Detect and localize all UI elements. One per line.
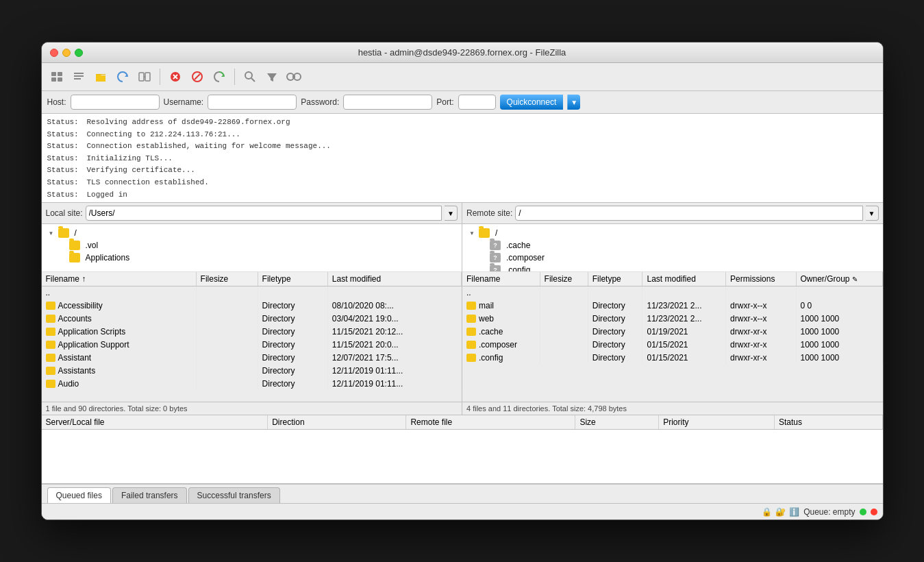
stop-button[interactable] <box>166 67 185 86</box>
queue-column-header: Remote file <box>406 415 575 430</box>
tab-failed-transfers[interactable]: Failed transfers <box>112 487 187 503</box>
remote-tree-item[interactable]: ?.cache <box>465 239 880 252</box>
disconnect-button[interactable] <box>188 67 207 86</box>
local-path-input[interactable] <box>86 206 442 221</box>
svg-rect-21 <box>292 75 295 78</box>
remote-path-dropdown[interactable]: ▼ <box>866 206 879 221</box>
quickconnect-dropdown-button[interactable]: ▼ <box>567 95 580 110</box>
local-dir-button[interactable] <box>91 67 110 86</box>
site-manager-button[interactable] <box>47 67 66 86</box>
log-entry: Status:Verifying certificate... <box>47 164 877 177</box>
window-title: hestia - admin@dsde949-22869.fornex.org … <box>358 47 566 58</box>
svg-rect-0 <box>51 72 56 76</box>
local-file-row[interactable]: .. <box>42 286 462 300</box>
remote-column-header[interactable]: Filename <box>462 272 540 286</box>
message-log-button[interactable] <box>69 67 88 86</box>
remote-file-row[interactable]: .composerDirectory01/15/2021drwxr-xr-x10… <box>462 338 882 351</box>
remote-site-bar: Remote site: ▼ <box>462 203 883 224</box>
remote-column-header[interactable]: Last modified <box>642 272 726 286</box>
local-column-header[interactable]: Filename ↑ <box>42 272 197 286</box>
local-file-cell: Accounts <box>42 312 197 325</box>
minimize-button[interactable] <box>62 49 71 57</box>
remote-file-cell: .composer <box>462 338 540 351</box>
local-file-row[interactable]: AssistantsDirectory12/11/2019 01:11... <box>42 364 462 377</box>
remote-path-input[interactable] <box>515 206 862 221</box>
local-file-cell: Application Support <box>42 338 197 351</box>
tab-successful-transfers[interactable]: Successful transfers <box>188 487 280 503</box>
port-input[interactable] <box>458 95 496 110</box>
remote-file-row[interactable]: webDirectory11/23/2021 2...drwxr-x--x100… <box>462 312 882 325</box>
tab-queued-files[interactable]: Queued files <box>47 487 111 503</box>
svg-line-15 <box>195 74 200 80</box>
remote-file-cell: 11/23/2021 2... <box>642 312 726 325</box>
local-file-cell <box>258 286 327 300</box>
remote-file-row[interactable]: .. <box>462 286 882 300</box>
local-column-header[interactable]: Last modified <box>327 272 461 286</box>
remote-file-cell: Directory <box>588 312 642 325</box>
remote-file-cell: 01/15/2021 <box>642 351 726 364</box>
local-path-dropdown[interactable]: ▼ <box>445 206 458 221</box>
remote-file-cell: drwxr-xr-x <box>726 351 796 364</box>
local-file-cell: Directory <box>258 325 327 338</box>
local-tree-item[interactable]: Applications <box>45 252 460 264</box>
remote-file-cell: .config <box>462 351 540 364</box>
svg-rect-1 <box>58 72 62 76</box>
log-entry: Status:Connection established, waiting f… <box>47 140 877 153</box>
local-column-header[interactable]: Filetype <box>258 272 327 286</box>
sync-button[interactable] <box>135 67 154 86</box>
remote-file-row[interactable]: mailDirectory11/23/2021 2...drwxr-x--x0 … <box>462 299 882 312</box>
password-input[interactable] <box>343 95 432 110</box>
local-tree-item[interactable]: ▼/ <box>45 227 460 239</box>
log-entry: Status:TLS connection established. <box>47 177 877 189</box>
local-file-cell: 08/10/2020 08:... <box>327 299 461 312</box>
remote-file-cell <box>540 299 588 312</box>
local-column-header[interactable]: Filesize <box>196 272 258 286</box>
remote-file-cell <box>540 325 588 338</box>
remote-file-cell: drwxr-xr-x <box>726 325 796 338</box>
remote-column-header[interactable]: Owner/Group ✎ <box>796 272 882 286</box>
local-tree-item[interactable]: .vol <box>45 239 460 252</box>
host-input[interactable] <box>71 95 160 110</box>
filter-button[interactable] <box>262 67 282 86</box>
remote-file-cell: web <box>462 312 540 325</box>
traffic-lights <box>50 49 83 57</box>
local-file-row[interactable]: AccountsDirectory03/04/2021 19:0... <box>42 312 462 325</box>
svg-line-18 <box>251 78 255 82</box>
remote-tree-item[interactable]: ?.composer <box>465 252 880 264</box>
local-file-row[interactable]: Application SupportDirectory11/15/2021 2… <box>42 338 462 351</box>
titlebar: hestia - admin@dsde949-22869.fornex.org … <box>42 42 883 63</box>
remote-tree-item[interactable]: ▼/ <box>465 227 880 239</box>
quickconnect-button[interactable]: Quickconnect <box>500 95 564 110</box>
log-entry: Status:Connecting to 212.224.113.76:21..… <box>47 129 877 141</box>
remote-site-label: Remote site: <box>466 208 512 218</box>
cert-icon: 🔐 <box>775 506 786 517</box>
remote-file-row[interactable]: .cacheDirectory01/19/2021drwxr-xr-x1000 … <box>462 325 882 338</box>
remote-file-cell <box>540 286 588 300</box>
binoculars-button[interactable] <box>284 67 303 86</box>
refresh-button[interactable] <box>113 67 132 86</box>
local-file-row[interactable]: AudioDirectory12/11/2019 01:11... <box>42 377 462 390</box>
remote-column-header[interactable]: Permissions <box>726 272 796 286</box>
maximize-button[interactable] <box>75 49 83 57</box>
remote-file-row[interactable]: .configDirectory01/15/2021drwxr-xr-x1000… <box>462 351 882 364</box>
remote-file-cell: 1000 1000 <box>796 325 882 338</box>
port-label: Port: <box>436 97 453 107</box>
remote-file-cell <box>726 286 796 300</box>
reconnect-button[interactable] <box>210 67 229 86</box>
local-file-cell: Assistants <box>42 364 197 377</box>
local-file-row[interactable]: AccessibilityDirectory08/10/2020 08:... <box>42 299 462 312</box>
remote-column-header[interactable]: Filesize <box>540 272 588 286</box>
question-folder-icon: ? <box>490 253 501 262</box>
remote-file-cell: Directory <box>588 338 642 351</box>
remote-column-header[interactable]: Filetype <box>588 272 642 286</box>
username-input[interactable] <box>208 95 297 110</box>
close-button[interactable] <box>50 49 58 57</box>
remote-tree-item[interactable]: ?.config <box>465 264 880 272</box>
local-file-row[interactable]: Application ScriptsDirectory11/15/2021 2… <box>42 325 462 338</box>
local-file-row[interactable]: AssistantDirectory12/07/2021 17:5... <box>42 351 462 364</box>
search-remote-button[interactable] <box>240 67 260 86</box>
remote-file-cell: 11/23/2021 2... <box>642 299 726 312</box>
log-entry: Status:Logged in <box>47 189 877 201</box>
username-label: Username: <box>164 97 204 107</box>
local-file-cell: 12/07/2021 17:5... <box>327 351 461 364</box>
